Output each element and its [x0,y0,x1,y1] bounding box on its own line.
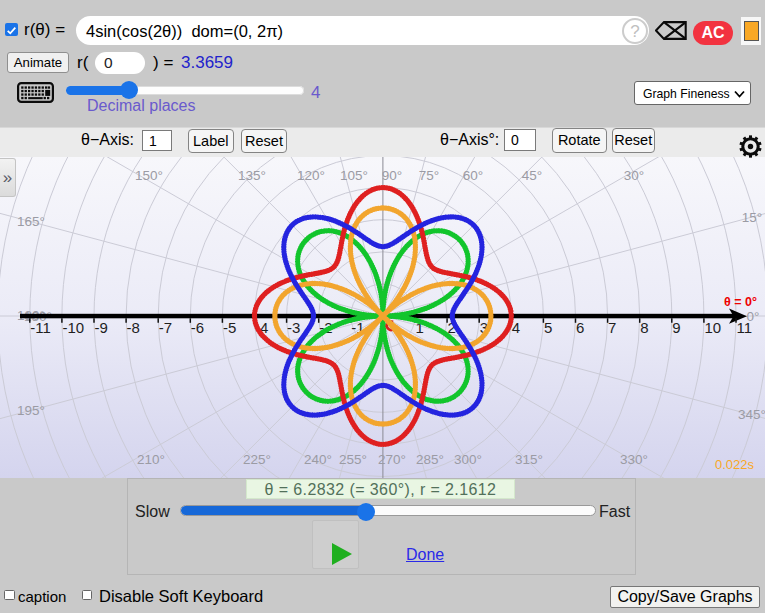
svg-text:150°: 150° [135,168,163,183]
svg-text:135°: 135° [238,168,266,183]
svg-text:255°: 255° [339,452,367,467]
svg-text:6: 6 [576,319,584,336]
svg-text:165°: 165° [17,214,45,229]
svg-text:7: 7 [608,319,616,336]
svg-text:330°: 330° [620,452,648,467]
svg-text:θ = 0°: θ = 0° [724,295,757,309]
svg-text:210°: 210° [137,452,165,467]
svg-text:240°: 240° [304,452,332,467]
svg-text:-8: -8 [127,319,140,336]
svg-text:75°: 75° [419,168,439,183]
svg-text:225°: 225° [243,452,271,467]
svg-text:11: 11 [737,319,753,336]
svg-text:15°: 15° [742,210,762,225]
svg-text:60°: 60° [463,168,483,183]
svg-text:9: 9 [672,319,680,336]
svg-text:5: 5 [544,319,552,336]
svg-text:195°: 195° [17,403,45,418]
svg-text:10: 10 [704,319,721,336]
svg-text:0.022s: 0.022s [715,457,755,472]
svg-text:-7: -7 [159,319,172,336]
svg-text:8: 8 [640,319,648,336]
svg-text:-6: -6 [191,319,204,336]
svg-text:-3: -3 [287,319,300,336]
svg-text:345°: 345° [738,407,765,422]
svg-text:-10: -10 [62,319,84,336]
svg-text:270°: 270° [378,452,406,467]
svg-text:120°: 120° [297,168,325,183]
svg-text:285°: 285° [416,452,444,467]
svg-text:105°: 105° [340,168,368,183]
svg-text:-5: -5 [223,319,236,336]
svg-text:-9: -9 [95,319,108,336]
svg-text:315°: 315° [515,452,543,467]
svg-text:-11: -11 [30,319,51,336]
svg-text:30°: 30° [624,168,644,183]
svg-text:300°: 300° [454,452,482,467]
svg-text:45°: 45° [522,168,542,183]
svg-text:90°: 90° [382,168,402,183]
